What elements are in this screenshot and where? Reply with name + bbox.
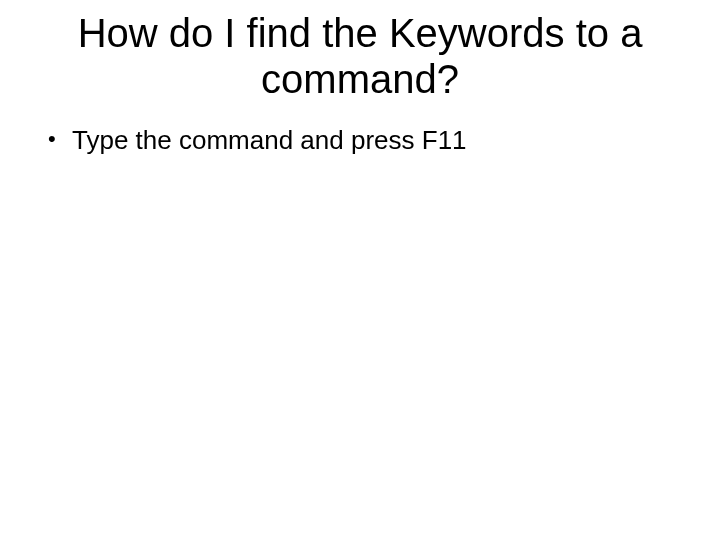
slide: How do I find the Keywords to a command?…: [0, 0, 720, 540]
bullet-list: Type the command and press F11: [30, 124, 690, 158]
slide-title: How do I find the Keywords to a command?: [30, 10, 690, 102]
list-item: Type the command and press F11: [48, 124, 690, 158]
